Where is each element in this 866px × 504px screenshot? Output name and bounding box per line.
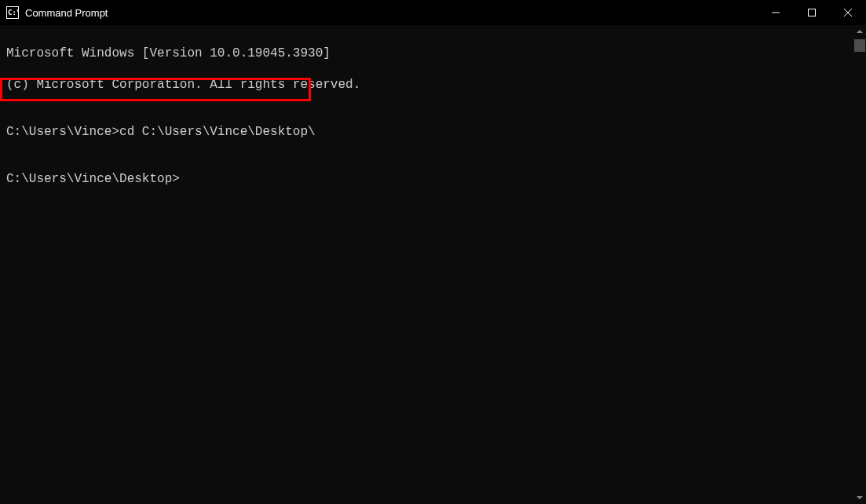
terminal-output[interactable]: Microsoft Windows [Version 10.0.19045.39… [0,25,866,207]
titlebar-left: C:\ Command Prompt [6,6,108,19]
scroll-down-arrow-icon[interactable] [853,491,866,504]
command-text: cd C:\Users\Vince\Desktop\ [119,125,316,139]
svg-marker-7 [857,30,863,33]
cmd-icon: C:\ [6,6,19,19]
window-controls [758,0,866,25]
prompt-prefix: C:\Users\Vince> [6,125,119,139]
current-prompt: C:\Users\Vince\Desktop> [6,171,860,187]
titlebar[interactable]: C:\ Command Prompt [0,0,866,25]
scroll-thumb[interactable] [854,39,865,52]
version-line: Microsoft Windows [Version 10.0.19045.39… [6,46,860,61]
window-title: Command Prompt [25,7,108,19]
copyright-line: (c) Microsoft Corporation. All rights re… [6,77,860,93]
vertical-scrollbar[interactable] [853,25,866,504]
maximize-button[interactable] [794,0,830,25]
minimize-button[interactable] [758,0,794,25]
close-button[interactable] [830,0,866,25]
command-line-1: C:\Users\Vince>cd C:\Users\Vince\Desktop… [6,124,860,140]
svg-text:C:\: C:\ [8,9,19,16]
svg-marker-8 [857,496,863,499]
svg-rect-4 [809,9,816,16]
scroll-up-arrow-icon[interactable] [853,25,866,38]
